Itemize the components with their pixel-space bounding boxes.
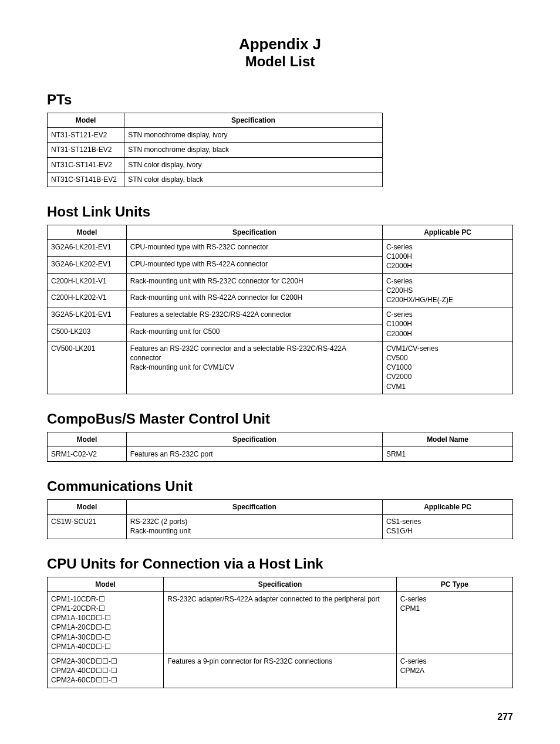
cell-model: NT31-ST121B-EV2 [48,143,124,157]
col-pc: Applicable PC [382,500,512,515]
table-row: CV500-LK201Features an RS-232C connector… [48,341,513,394]
col-pc: PC Type [396,577,512,591]
table-comm: Model Specification Applicable PC CS1W-S… [47,499,513,539]
cell-model: 3G2A6-LK202-EV1 [48,256,127,273]
table-row: SRM1-C02-V2 Features an RS-232C port SRM… [48,447,513,461]
section-heading-hostlink: Host Link Units [47,204,513,220]
cell-model: NT31-ST121-EV2 [48,128,124,143]
table-row: CPM1-10CDR-☐ CPM1-20CDR-☐ CPM1A-10CD☐-☐ … [48,591,513,654]
cell-model: C200H-LK202-V1 [48,290,127,307]
cell-pc: C-series CPM2A [396,654,512,688]
page-number: 277 [47,712,513,722]
table-row: NT31C-ST141-EV2STN color display, ivory [48,157,383,172]
section-heading-pts: PTs [47,92,513,108]
cell-model: CPM2A-30CD☐☐-☐ CPM2A-40CD☐☐-☐ CPM2A-60CD… [48,654,164,688]
table-row: NT31-ST121-EV2STN monochrome display, iv… [48,128,383,143]
cell-pc: C-series CPM1 [396,591,512,654]
col-spec: Specification [126,225,382,239]
cell-spec: Features a 9-pin connector for RS-232C c… [164,654,397,688]
cell-model: 3G2A6-LK201-EV1 [48,240,127,257]
cell-pc: CS1-series CS1G/H [382,515,512,539]
cell-spec: STN monochrome display, black [124,143,382,157]
cell-spec: Rack-mounting unit for C500 [126,324,382,341]
cell-spec: STN color display, ivory [124,157,382,172]
cell-model: 3G2A5-LK201-EV1 [48,307,127,324]
cell-spec: CPU-mounted type with RS-422A connector [126,256,382,273]
col-model: Model [48,577,164,591]
cell-model: C200H-LK201-V1 [48,273,127,290]
table-row: CPM2A-30CD☐☐-☐ CPM2A-40CD☐☐-☐ CPM2A-60CD… [48,654,513,688]
cell-spec: Features a selectable RS-232C/RS-422A co… [126,307,382,324]
cell-spec: RS-232C (2 ports) Rack-mounting unit [126,515,382,539]
cell-spec: STN monochrome display, ivory [124,128,382,143]
cell-pc: C-series C1000H C2000H [382,240,512,274]
table-pts: Model Specification NT31-ST121-EV2STN mo… [47,113,383,187]
col-spec: Specification [126,432,382,447]
table-row: NT31-ST121B-EV2STN monochrome display, b… [48,143,383,157]
section-heading-comm: Communications Unit [47,478,513,495]
cell-pc: CVM1/CV-series CV500 CV1000 CV2000 CVM1 [382,341,512,394]
cell-model: CV500-LK201 [48,341,127,394]
table-compobus: Model Specification Model Name SRM1-C02-… [47,432,513,462]
title-block: Appendix J Model List [47,35,513,70]
col-name: Model Name [382,432,512,447]
appendix-title: Appendix J [47,35,513,53]
table-row: C200H-LK201-V1Rack-mounting unit with RS… [48,273,513,290]
cell-spec: Features an RS-232C connector and a sele… [126,341,382,394]
cell-model: NT31C-ST141-EV2 [48,157,124,172]
cell-name: SRM1 [382,447,512,461]
cell-pc: C-series C200HS C200HX/HG/HE(-Z)E [382,273,512,307]
cell-model: CPM1-10CDR-☐ CPM1-20CDR-☐ CPM1A-10CD☐-☐ … [48,591,164,654]
subtitle: Model List [47,53,513,70]
table-row: NT31C-ST141B-EV2STN color display, black [48,172,383,187]
table-hostlink: Model Specification Applicable PC 3G2A6-… [47,225,513,394]
cell-model: C500-LK203 [48,324,127,341]
cell-spec: CPU-mounted type with RS-232C connector [126,240,382,257]
section-heading-cpu: CPU Units for Connection via a Host Link [47,556,513,572]
cell-spec: Rack-mounting unit with RS-422A connecto… [126,290,382,307]
cell-model: NT31C-ST141B-EV2 [48,172,124,187]
col-pc: Applicable PC [382,225,512,239]
cell-model: SRM1-C02-V2 [48,447,127,461]
col-model: Model [48,432,127,447]
table-row: CS1W-SCU21 RS-232C (2 ports) Rack-mounti… [48,515,513,539]
col-model: Model [48,113,124,127]
col-spec: Specification [126,500,382,515]
col-model: Model [48,500,127,515]
table-row: 3G2A5-LK201-EV1Features a selectable RS-… [48,307,513,324]
cell-spec: STN color display, black [124,172,382,187]
section-heading-compobus: CompoBus/S Master Control Unit [47,411,513,427]
cell-spec: Features an RS-232C port [126,447,382,461]
col-spec: Specification [164,577,397,591]
col-spec: Specification [124,113,382,127]
cell-spec: RS-232C adapter/RS-422A adapter connecte… [164,591,397,654]
col-model: Model [48,225,127,239]
cell-model: CS1W-SCU21 [48,515,127,539]
cell-spec: Rack-mounting unit with RS-232C connecto… [126,273,382,290]
table-cpu: Model Specification PC Type CPM1-10CDR-☐… [47,577,513,688]
table-row: 3G2A6-LK201-EV1CPU-mounted type with RS-… [48,240,513,257]
cell-pc: C-series C1000H C2000H [382,307,512,341]
